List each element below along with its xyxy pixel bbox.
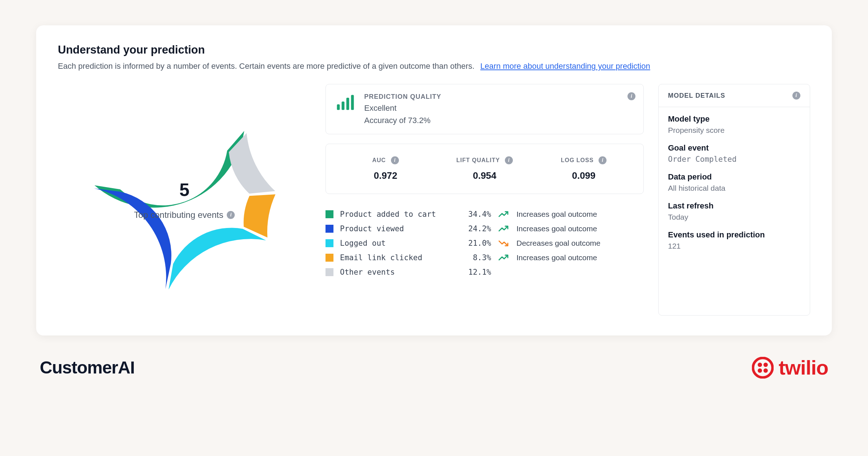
event-name: Other events bbox=[340, 268, 448, 276]
event-outcome: Increases goal outcome bbox=[516, 253, 644, 262]
page-subtitle-row: Each prediction is informed by a number … bbox=[58, 62, 810, 71]
color-swatch bbox=[326, 210, 333, 218]
info-icon[interactable]: i bbox=[391, 156, 399, 164]
svg-rect-1 bbox=[342, 101, 345, 110]
donut-segment bbox=[244, 194, 276, 237]
event-row: Email link clicked 8.3% Increases goal o… bbox=[326, 250, 644, 265]
model-details-card: MODEL DETAILS i Model typePropensity sco… bbox=[658, 84, 810, 316]
model-details-header: MODEL DETAILS i bbox=[659, 84, 810, 107]
event-name: Email link clicked bbox=[340, 253, 448, 262]
prediction-card: Understand your prediction Each predicti… bbox=[36, 25, 832, 335]
model-detail-item: Data periodAll historical data bbox=[668, 172, 800, 193]
event-name: Product viewed bbox=[340, 224, 448, 233]
trend-up-icon bbox=[498, 211, 510, 218]
svg-rect-3 bbox=[351, 95, 354, 110]
donut-segment bbox=[169, 228, 266, 290]
info-icon[interactable]: i bbox=[599, 156, 607, 164]
twilio-logo: twilio bbox=[752, 356, 828, 379]
page-subtitle: Each prediction is informed by a number … bbox=[58, 62, 475, 71]
metric-item: LIFT QUALITYi0.954 bbox=[435, 156, 534, 181]
event-outcome: Increases goal outcome bbox=[516, 210, 644, 219]
middle-column: i PREDICTION QUALITY Excellent Accuracy … bbox=[326, 84, 644, 316]
svg-point-4 bbox=[753, 358, 773, 377]
event-percent: 8.3% bbox=[455, 253, 491, 262]
info-icon[interactable]: i bbox=[505, 156, 513, 164]
svg-point-5 bbox=[758, 363, 762, 367]
footer: CustomerAI twilio bbox=[36, 356, 832, 379]
trend-up-icon bbox=[498, 225, 510, 232]
info-icon[interactable]: i bbox=[227, 211, 235, 219]
event-row: Product viewed 24.2% Increases goal outc… bbox=[326, 221, 644, 236]
svg-rect-0 bbox=[337, 104, 340, 110]
metric-item: LOG LOSSi0.099 bbox=[534, 156, 633, 181]
svg-rect-2 bbox=[346, 98, 349, 110]
event-percent: 21.0% bbox=[455, 239, 491, 248]
customer-ai-logo: CustomerAI bbox=[40, 358, 135, 377]
trend-up-icon bbox=[498, 254, 510, 261]
prediction-quality-label: PREDICTION QUALITY bbox=[364, 93, 441, 101]
event-row: Logged out 21.0% Decreases goal outcome bbox=[326, 236, 644, 250]
metrics-panel: AUCi0.972LIFT QUALITYi0.954LOG LOSSi0.09… bbox=[326, 144, 644, 194]
event-percent: 24.2% bbox=[455, 224, 491, 233]
svg-point-8 bbox=[763, 368, 768, 373]
event-percent: 12.1% bbox=[455, 268, 491, 276]
event-outcome: Increases goal outcome bbox=[516, 224, 644, 233]
learn-more-link[interactable]: Learn more about understanding your pred… bbox=[480, 62, 650, 71]
color-swatch bbox=[326, 268, 333, 276]
model-detail-item: Last refreshToday bbox=[668, 201, 800, 221]
donut-center: 5 Top contributing events i bbox=[134, 180, 235, 220]
model-detail-item: Events used in prediction121 bbox=[668, 230, 800, 250]
twilio-icon bbox=[752, 357, 774, 379]
event-row: Product added to cart 34.4% Increases go… bbox=[326, 207, 644, 221]
metric-item: AUCi0.972 bbox=[336, 156, 435, 181]
donut-count: 5 bbox=[134, 180, 235, 200]
color-swatch bbox=[326, 254, 333, 262]
model-detail-item: Model typePropensity score bbox=[668, 114, 800, 135]
events-table: Product added to cart 34.4% Increases go… bbox=[326, 207, 644, 279]
svg-point-7 bbox=[758, 368, 762, 373]
event-percent: 34.4% bbox=[455, 210, 491, 219]
event-row: Other events 12.1% bbox=[326, 265, 644, 279]
main-grid: 5 Top contributing events i i bbox=[58, 84, 810, 316]
prediction-quality-rating: Excellent bbox=[364, 104, 441, 113]
event-name: Product added to cart bbox=[340, 210, 448, 219]
event-name: Logged out bbox=[340, 239, 448, 248]
trend-down-icon bbox=[498, 240, 510, 247]
color-swatch bbox=[326, 239, 333, 247]
svg-point-6 bbox=[763, 363, 768, 367]
donut-label: Top contributing events i bbox=[134, 210, 235, 220]
info-icon[interactable]: i bbox=[792, 92, 800, 100]
donut-chart-section: 5 Top contributing events i bbox=[58, 84, 311, 316]
model-detail-item: Goal eventOrder Completed bbox=[668, 143, 800, 164]
prediction-quality-accuracy: Accuracy of 73.2% bbox=[364, 116, 441, 125]
page-title: Understand your prediction bbox=[58, 43, 810, 56]
signal-bars-icon bbox=[336, 93, 355, 112]
prediction-quality-panel: i PREDICTION QUALITY Excellent Accuracy … bbox=[326, 84, 644, 134]
color-swatch bbox=[326, 225, 333, 233]
info-icon[interactable]: i bbox=[627, 92, 635, 100]
event-outcome: Decreases goal outcome bbox=[516, 239, 644, 248]
